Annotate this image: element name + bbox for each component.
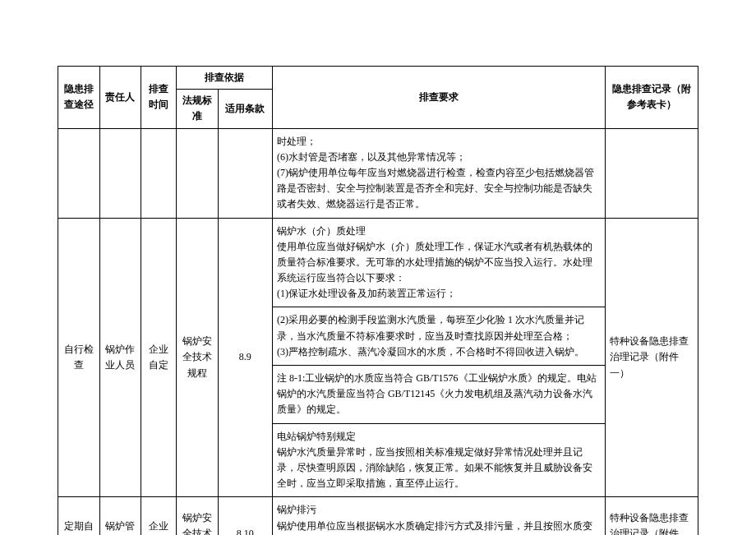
cell-std: 锅炉安全技术规程 <box>177 218 219 497</box>
table-row: 定期自行检查 锅炉管理人员 企业自定 锅炉安全技术规程 8.10 锅炉排污锅炉使… <box>58 497 698 535</box>
cell-person: 锅炉管理人员 <box>99 497 141 535</box>
header-person: 责任人 <box>99 67 141 129</box>
cell-clause: 8.10 <box>218 497 272 535</box>
cell-time <box>141 128 177 218</box>
header-basis: 排查依据 <box>177 67 273 90</box>
cell-time: 企业自定 <box>141 218 177 497</box>
cell-requirement: 锅炉排污锅炉使用单位应当根据锅水水质确定排污方式及排污量，并且按照水质变化进行调… <box>272 497 605 535</box>
cell-route <box>58 128 100 218</box>
cell-record: 特种设备隐患排查治理记录（附件一） <box>606 218 698 497</box>
cell-person: 锅炉作业人员 <box>99 218 141 497</box>
cell-clause: 8.9 <box>218 218 272 497</box>
cell-std <box>177 128 219 218</box>
cell-requirement: 注 8-1:工业锅炉的水质应当符合 GB/T1576《工业锅炉水质》的规定。电站… <box>272 366 605 424</box>
header-clause: 适用条款 <box>218 90 272 128</box>
header-record: 隐患排查记录（附参考表卡） <box>606 67 698 129</box>
cell-requirement: 锅炉水（介）质处理使用单位应当做好锅炉水（介）质处理工作，保证水汽或者有机热载体… <box>272 218 605 307</box>
header-route: 隐患排查途径 <box>58 67 100 129</box>
table-row: 时处理；(6)水封管是否堵塞，以及其他异常情况等；(7)锅炉使用单位每年应当对燃… <box>58 128 698 218</box>
cell-requirement: 时处理；(6)水封管是否堵塞，以及其他异常情况等；(7)锅炉使用单位每年应当对燃… <box>272 128 605 218</box>
cell-std: 锅炉安全技术规程 <box>177 497 219 535</box>
cell-clause <box>218 128 272 218</box>
cell-record: 特种设备隐患排查治理记录（附件一） <box>606 497 698 535</box>
cell-route: 自行检查 <box>58 218 100 497</box>
header-requirement: 排查要求 <box>272 67 605 129</box>
cell-route: 定期自行检查 <box>58 497 100 535</box>
cell-person <box>99 128 141 218</box>
header-std: 法规标准 <box>177 90 219 128</box>
cell-requirement: 电站锅炉特别规定锅炉水汽质量异常时，应当按照相关标准规定做好异常情况处理并且记录… <box>272 423 605 497</box>
cell-requirement: (2)采用必要的检测手段监测水汽质量，每班至少化验 1 次水汽质量并记录，当水汽… <box>272 307 605 366</box>
hazard-inspection-table: 隐患排查途径 责任人 排查时间 排查依据 排查要求 隐患排查记录（附参考表卡） … <box>58 66 698 535</box>
header-time: 排查时间 <box>141 67 177 129</box>
cell-record <box>606 128 698 218</box>
table-header-row: 隐患排查途径 责任人 排查时间 排查依据 排查要求 隐患排查记录（附参考表卡） <box>58 67 698 90</box>
cell-time: 企业自定 <box>141 497 177 535</box>
table-row: 自行检查 锅炉作业人员 企业自定 锅炉安全技术规程 8.9 锅炉水（介）质处理使… <box>58 218 698 307</box>
